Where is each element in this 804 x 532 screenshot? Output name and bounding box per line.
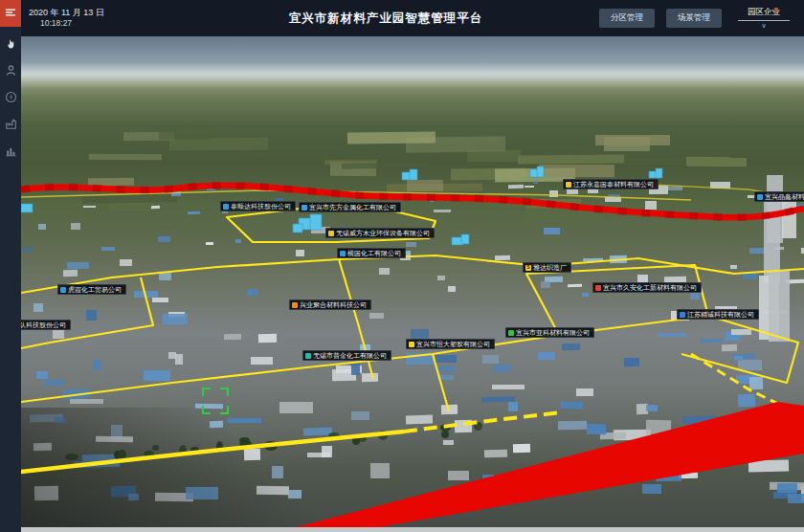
company-label[interactable]: 江苏永嘉国泰材料有限公司 <box>563 179 659 189</box>
company-marker-icon <box>757 194 763 200</box>
company-label-text: 消防大队科技股份公司 <box>21 321 66 330</box>
company-label[interactable]: 横国化工有限公司 <box>337 248 406 258</box>
company-label[interactable]: 兴业聚合材料科技公司 <box>289 299 371 310</box>
company-label[interactable]: 宜兴市久安化工新材料有限公司 <box>592 282 702 293</box>
power-icon[interactable] <box>4 90 17 103</box>
company-marker-icon <box>595 285 601 291</box>
flame-icon[interactable] <box>4 36 17 50</box>
company-label-text: 无锡威方木业环保设备有限公司 <box>336 229 430 238</box>
left-sidebar <box>0 0 21 532</box>
company-marker-icon <box>409 342 414 347</box>
map-3d-viewport[interactable]: 泰顺达科技股份公司宜兴市先方金属化工有限公司无锡威方木业环保设备有限公司横国化工… <box>21 36 804 532</box>
scene-management-button[interactable]: 场景管理 <box>666 9 722 28</box>
company-label[interactable]: 宜兴市恒大塑胶有限公司 <box>406 339 495 349</box>
map-bottom-strip <box>21 527 804 532</box>
menu-icon <box>5 5 16 22</box>
bar-chart-icon[interactable] <box>4 144 17 157</box>
zone-management-button[interactable]: 分区管理 <box>599 9 655 28</box>
company-label[interactable]: 无锡威方木业环保设备有限公司 <box>325 228 435 238</box>
company-label-text: 宜兴市先方金属化工有限公司 <box>309 203 396 212</box>
company-label[interactable]: 宜兴晶鑫材料有限公司 <box>754 191 804 202</box>
person-icon[interactable] <box>4 63 17 77</box>
factory-icon[interactable] <box>4 117 17 130</box>
company-label-text: 横国化工有限公司 <box>347 249 401 258</box>
company-label-text: 宜兴市久安化工新材料有限公司 <box>603 283 697 293</box>
datetime-block: 2020 年 11 月 13 日 10:18:27 <box>21 7 172 30</box>
page-title: 宜兴市新材料产业园智慧管理平台 <box>172 11 599 27</box>
company-label[interactable]: 宜兴市亚科材料有限公司 <box>505 327 594 338</box>
sidebar-icon-rail <box>4 36 17 157</box>
company-label-text: 无锡市普金化工有限公司 <box>313 351 387 361</box>
company-label-text: 泰顺达科技股份公司 <box>231 202 291 211</box>
company-label[interactable]: 泰顺达科技股份公司 <box>220 201 296 211</box>
company-label[interactable]: 消防大队科技股份公司 <box>21 320 71 330</box>
company-label-text: 宜兴市亚科材料有限公司 <box>516 328 590 338</box>
company-label[interactable]: 宜兴市先方金属化工有限公司 <box>299 202 401 212</box>
company-marker-icon <box>508 330 514 336</box>
company-marker-icon <box>302 205 307 211</box>
map-labels-layer: 泰顺达科技股份公司宜兴市先方金属化工有限公司无锡威方木业环保设备有限公司横国化工… <box>21 36 804 532</box>
company-label[interactable]: 虎霞化工贸易公司 <box>57 284 126 295</box>
company-marker-icon: S <box>525 265 531 271</box>
header-time: 10:18:27 <box>29 18 172 29</box>
company-marker-icon <box>305 353 311 359</box>
app-window: 2020 年 11 月 13 日 10:18:27 宜兴市新材料产业园智慧管理平… <box>0 0 804 532</box>
company-marker-icon <box>60 287 66 293</box>
header-actions: 分区管理 场景管理 园区企业 ∨ <box>599 7 804 30</box>
company-marker-icon <box>680 312 685 318</box>
chevron-down-icon: ∨ <box>761 22 766 30</box>
company-label-text: 雅达织造厂 <box>533 263 567 273</box>
company-marker-icon <box>566 182 571 188</box>
company-label-text: 宜兴晶鑫材料有限公司 <box>765 192 804 202</box>
company-label[interactable]: 无锡市普金化工有限公司 <box>302 350 391 361</box>
company-marker-icon <box>340 251 346 256</box>
company-marker-icon <box>328 231 334 236</box>
company-label-text: 兴业聚合材料科技公司 <box>300 300 367 310</box>
menu-button[interactable] <box>0 0 21 27</box>
company-label-text: 宜兴市恒大塑胶有限公司 <box>416 340 490 349</box>
company-label-text: 江苏精诚科技有限公司 <box>687 310 754 320</box>
company-label[interactable]: 江苏精诚科技有限公司 <box>677 309 759 320</box>
park-enterprise-dropdown[interactable]: 园区企业 ∨ <box>733 7 794 30</box>
header-date: 2020 年 11 月 13 日 <box>29 7 172 18</box>
top-header: 2020 年 11 月 13 日 10:18:27 宜兴市新材料产业园智慧管理平… <box>21 0 804 36</box>
company-marker-icon <box>292 302 298 308</box>
company-marker-icon <box>223 204 229 210</box>
company-label[interactable]: S雅达织造厂 <box>523 262 571 273</box>
company-label-text: 虎霞化工贸易公司 <box>68 285 122 295</box>
park-enterprise-label: 园区企业 <box>738 7 790 21</box>
company-label-text: 江苏永嘉国泰材料有限公司 <box>573 180 654 189</box>
